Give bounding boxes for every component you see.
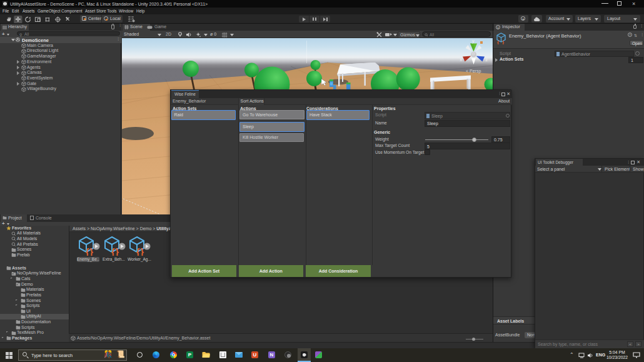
svg-text:z: z	[486, 58, 488, 62]
svg-text:< Persp: < Persp	[466, 69, 481, 74]
svg-text:y: y	[472, 39, 475, 44]
svg-text:}: }	[502, 39, 504, 44]
svg-text:{}: {}	[111, 247, 119, 256]
svg-text:{: {	[497, 39, 499, 44]
svg-text:x: x	[460, 58, 463, 62]
svg-text:{}: {}	[136, 247, 144, 256]
svg-text:{}: {}	[86, 247, 94, 256]
